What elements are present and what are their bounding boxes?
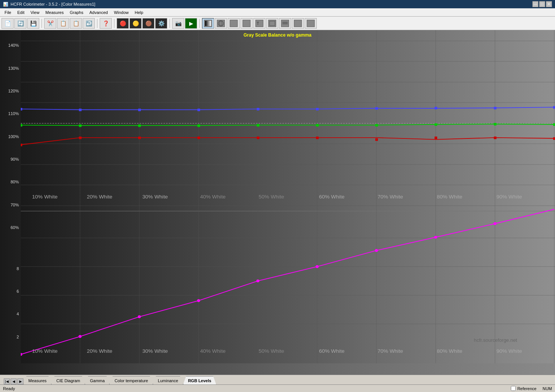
paste-button[interactable]: 📋 [70,18,82,29]
x-label-top-20: 20% White [87,194,113,200]
undo-button[interactable]: ↩️ [83,18,95,29]
x-label-top-80: 80% White [437,194,462,200]
copy-button[interactable]: 📋 [57,18,69,29]
x-label-top-70: 70% White [378,194,403,200]
red-dot-3 [197,137,200,139]
play-button[interactable]: ▶ [185,18,197,29]
blue-dot-5 [316,108,319,111]
green-dot-9 [553,123,555,126]
x-label-top-30: 30% White [142,194,168,200]
blue-dot-6 [375,107,378,110]
tab-nav-right[interactable]: ▶ [17,378,23,384]
y-label-8: 8 [0,266,21,271]
magenta-dot-2 [138,315,141,318]
status-right: Reference NUM [511,386,552,391]
tab-nav-left-end[interactable]: |◀ [4,378,10,384]
x-label-top-50: 50% White [259,194,284,200]
magenta-dot-4 [256,280,259,283]
view-btn-2[interactable] [215,18,227,29]
tab-gamma[interactable]: Gamma [85,376,109,384]
reference-checkbox[interactable] [511,386,516,391]
color-tool-2[interactable]: 🟡 [130,18,142,29]
camera-button[interactable]: 📷 [172,18,184,29]
menu-bar: File Edit View Measures Graphs Advanced … [0,8,555,17]
cut-button[interactable]: ✂️ [44,18,56,29]
y-axis-labels: 140% 130% 120% 110% 100% 90% 80% 70% 60%… [0,34,21,348]
y-label-2: 2 [0,335,21,339]
chart-svg: 10% White 20% White 30% White 40% White … [21,30,555,363]
tab-nav-arrows[interactable]: |◀ ◀ ▶ [4,378,23,384]
red-dot-1 [79,137,82,139]
view-btn-4[interactable] [240,18,253,29]
tab-rgb-levels[interactable]: RGB Levels [183,376,216,384]
menu-window[interactable]: Window [111,9,132,15]
y-label-100: 100% [0,134,21,139]
reference-check[interactable]: Reference [511,386,536,391]
status-text: Ready [3,386,15,391]
toolbar-sep-5 [199,19,200,28]
app-icon: 📊 [3,2,8,7]
menu-file[interactable]: File [2,9,14,15]
menu-help[interactable]: Help [132,9,146,15]
blue-dot-8 [494,107,496,109]
red-dot-2 [138,137,141,139]
menu-measures[interactable]: Measures [42,9,66,15]
title-bar-controls[interactable]: — □ ✕ [532,1,552,7]
green-dot-0 [21,124,22,127]
x-label-bot-10: 10% White [32,348,58,354]
svg-rect-1 [205,21,211,26]
view-btn-8[interactable] [292,18,304,29]
reference-label: Reference [517,386,536,391]
toolbar-sep-1 [42,19,42,28]
maximize-button[interactable]: □ [539,1,545,7]
x-label-top-60: 60% White [319,194,345,200]
tab-measures[interactable]: Measures [23,376,51,384]
x-label-top-40: 40% White [200,194,226,200]
blue-dot-7 [435,107,437,109]
watermark: hcfr.sourceforge.net [474,338,517,343]
y-label-70: 70% [0,203,21,207]
tab-luminance[interactable]: Luminance [153,376,183,384]
x-label-bot-90: 90% White [496,348,522,354]
red-dot-7 [435,137,437,139]
help-button[interactable]: ❓ [100,18,112,29]
tab-bar: |◀ ◀ ▶ Measures CIE Diagram Gamma Color … [0,375,555,384]
tab-nav-left[interactable]: ◀ [11,378,17,384]
color-tool-1[interactable]: 🔴 [117,18,129,29]
view-btn-7[interactable] [279,18,291,29]
view-btn-9[interactable] [305,18,317,29]
menu-advanced[interactable]: Advanced [86,9,111,15]
red-dot-6 [375,138,378,141]
svg-rect-12 [282,22,288,23]
x-label-bot-60: 60% White [319,348,345,354]
toolbar-sep-3 [114,19,114,28]
view-grayscale-button[interactable] [202,18,214,29]
tab-color-temperature[interactable]: Color temperature [109,376,153,384]
magenta-dot-5 [316,265,319,268]
magenta-dot-6 [375,249,378,252]
x-label-bot-50: 50% White [259,348,284,354]
menu-edit[interactable]: Edit [14,9,28,15]
new-button[interactable]: 📄 [2,18,14,29]
color-tool-3[interactable]: 🟤 [142,18,154,29]
tab-cie-diagram[interactable]: CIE Diagram [51,376,85,384]
num-lock-indicator: NUM [543,386,552,391]
blue-dot-0 [21,108,22,111]
open-button[interactable]: 🔄 [14,18,26,29]
color-tool-4[interactable]: ⚙️ [155,18,167,29]
chart-title: Gray Scale Balance w/o gamma [244,32,311,38]
magenta-dot-8 [493,222,496,225]
menu-view[interactable]: View [28,9,43,15]
y-label-110: 110% [0,111,21,116]
toolbar-sep-4 [170,19,170,28]
close-button[interactable]: ✕ [546,1,552,7]
chart-container: Gray Scale Balance w/o gamma 140% 130% 1… [0,30,555,375]
view-btn-5[interactable]: T [253,18,265,29]
save-button[interactable]: 💾 [27,18,39,29]
green-dot-2 [138,125,141,127]
view-btn-6[interactable] [266,18,278,29]
y-label-60: 60% [0,225,21,230]
view-btn-3[interactable] [228,18,240,29]
minimize-button[interactable]: — [532,1,538,7]
menu-graphs[interactable]: Graphs [67,9,86,15]
